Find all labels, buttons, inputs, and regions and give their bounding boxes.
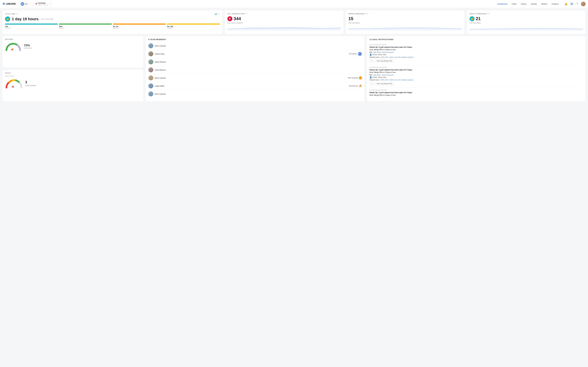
delivery-card: DELIVERY 🚚: [2, 36, 144, 68]
list-item: Boris Lahman: [148, 90, 362, 98]
nav-item-pulse[interactable]: Pulse: [510, 2, 519, 6]
notif-goal: Goal: Merge PRs in 5 dyas or less: [370, 94, 583, 96]
notif-actions: ? More long lifespan PRs: [370, 82, 583, 85]
nav-item-activity[interactable]: Activity: [529, 2, 539, 6]
settings-icon[interactable]: ⚙️: [570, 2, 574, 6]
pr-help-icon[interactable]: ?: [245, 13, 247, 15]
list-item: Boris Lahman WIP overload !: [148, 74, 362, 82]
notif-related: Related issue: LINB-1234 - Admin can sel…: [370, 56, 583, 58]
goal-notifications-card: 12 GOAL NOTIFICATIONS Last Thursday At 2…: [367, 36, 586, 101]
goals-title: GOALS: [5, 72, 141, 74]
merge-frequency-card: MERGE FREQUENCY ? 15 PRS PER WEEK: [346, 10, 465, 34]
list-item: Last Thursday At 2:05 PM Heads Up: A pul…: [370, 87, 583, 99]
merge-freq-title: MERGE FREQUENCY ?: [348, 13, 462, 15]
deploy-icon: 👍: [470, 16, 475, 21]
more-prs-button[interactable]: More long lifespan PRs: [375, 59, 394, 63]
reviews-count: 23 reviews: [349, 53, 357, 55]
date-range: Mar 9 - Mar 23: [38, 4, 48, 6]
delivery-gauge: 🚚: [5, 42, 21, 51]
expand-icon[interactable]: ⤢: [218, 13, 220, 15]
related-link[interactable]: LINB-1234 - Admin can self configure pro…: [380, 79, 414, 81]
notifications-icon[interactable]: 🔔: [564, 2, 568, 6]
team-selector[interactable]: QA QA ▾: [19, 1, 32, 7]
nav-item-teams[interactable]: Teams: [519, 2, 528, 6]
top-metrics-row: CYCLE TIME ? 📊 ⤢ 👍 1 day 19 hours AVG CY…: [2, 10, 586, 34]
merge-help-icon[interactable]: ?: [366, 13, 368, 15]
svg-text:🎯: 🎯: [12, 86, 14, 88]
pr-size-value: 344: [234, 16, 241, 21]
member-name: Boris Lahman: [155, 45, 362, 47]
goals-gauge-container: 🎯 3 Goals reached: [5, 78, 141, 88]
cycle-time-value: 1 day 19 hours: [12, 17, 39, 21]
merge-freq-label: PRS PER WEEK: [348, 22, 462, 24]
cycle-time-main: 👍 1 day 19 hours AVG CYCLE TIME: [5, 17, 220, 22]
delivery-title: DELIVERY: [5, 38, 141, 40]
member-name: Angie Woke: [155, 85, 349, 87]
nav-item-dashboard[interactable]: Dashboard: [496, 2, 509, 6]
notif-title: Heads Up: A pull request has been open f…: [370, 69, 583, 71]
notif-pr: PR: LINB-3469 - Revert wrong fix: [370, 74, 583, 76]
bar-chart-icon[interactable]: 📊: [214, 13, 217, 15]
member-avatar: [148, 59, 153, 64]
team-chevron-icon: ▾: [29, 3, 30, 5]
pr-link[interactable]: LINB-3469 - Revert wrong fix: [373, 51, 394, 53]
list-item: Davis Strauss: [148, 58, 362, 66]
notif-title: Heads Up: A pull request has been open f…: [370, 91, 583, 94]
related-link[interactable]: LINB-1234 - Admin can self configure pro…: [380, 56, 414, 58]
delivery-percent: 72%: [24, 44, 32, 47]
notif-goal: Goal: Merge PRs in 5 dyas or less: [370, 71, 583, 73]
top-reviewer-badge: TOP: [358, 52, 362, 56]
logo-text: LINEARB: [6, 3, 16, 5]
pickup-segment: 54m PICKUP: [59, 24, 112, 29]
deploy-freq-title: DEPLOY FREQUENCY ?: [470, 13, 583, 15]
delivery-sub: issues done: [24, 47, 32, 49]
pull-request-size-card: PULL REQUEST SIZE ? 🎯 344 AVG CODE CHANG…: [225, 10, 344, 34]
date-selector[interactable]: 📅 Grizzlies Mar 9 - Mar 23 ▾: [34, 1, 52, 7]
help-icon[interactable]: ?: [575, 2, 579, 6]
nav-item-metrics[interactable]: Metrics: [539, 2, 549, 6]
owner-icon: 👤: [370, 54, 372, 56]
member-list: Boris Lahman Darius Gray 23 reviews TOP …: [148, 42, 362, 98]
logo[interactable]: ❋ LINEARB: [2, 2, 16, 6]
goals-subtitle: (Last 30 days): [5, 75, 141, 77]
pr-link[interactable]: LINB-3469 - Revert wrong fix: [373, 74, 394, 76]
nav-item-projects[interactable]: Projects: [550, 2, 561, 6]
deploy-freq-value: 21: [476, 16, 481, 21]
team-members-card: 8 TEAM MEMBERS Boris Lahman Darius Gray …: [146, 36, 365, 101]
coding-segment: 16h CODING: [5, 24, 58, 29]
member-name: Davis Strauss: [155, 61, 362, 63]
more-prs-button[interactable]: More long lifespan PRs: [375, 82, 394, 85]
logo-icon: ❋: [2, 2, 5, 6]
help-button[interactable]: ?: [370, 59, 374, 63]
member-name: Boris Lahman: [155, 93, 362, 95]
goals-sub: Goals reached: [25, 84, 36, 86]
user-avatar[interactable]: [581, 2, 586, 6]
list-item: Dana Banana: [148, 66, 362, 74]
main-content: CYCLE TIME ? 📊 ⤢ 👍 1 day 19 hours AVG CY…: [0, 8, 588, 104]
notif-owner: 👤 Owner: Steve Jobs: [370, 76, 583, 78]
member-avatar: [148, 67, 153, 72]
notification-list: Last Thursday At 2:05 PM Heads Up: A pul…: [370, 42, 583, 99]
list-item: Last Thursday At 2:05 PM Heads Up: A pul…: [370, 42, 583, 65]
cycle-time-bars: 16h CODING › 54m PICKUP › 2d, 3h REVIEW …: [5, 24, 220, 29]
delivery-gauge-svg: 🚚: [5, 42, 21, 51]
chevron-sep-1: ›: [58, 22, 59, 29]
chevron-sep-2: ›: [112, 22, 113, 29]
member-badge: WIP overload !: [348, 76, 362, 79]
goals-card: GOALS (Last 30 days): [2, 70, 144, 101]
burnout-icon: 🔥: [359, 84, 362, 87]
review-segment: 2d, 3h REVIEW: [113, 24, 166, 29]
goals-stats: 3 Goals reached: [25, 80, 36, 86]
member-badge: Burnout risk 🔥: [349, 84, 362, 87]
owner-icon: 👤: [370, 76, 372, 78]
wip-warning-icon: !: [359, 76, 362, 79]
help-button[interactable]: ?: [370, 82, 374, 85]
deploy-help-icon[interactable]: ?: [488, 13, 490, 15]
team-avatar: QA: [21, 2, 24, 6]
member-avatar: [148, 83, 153, 88]
cycle-time-icon: 👍: [5, 17, 10, 22]
deploy-frequency-card: DEPLOY FREQUENCY ? 👍 21 PRS PER WEEK: [467, 10, 586, 34]
cycle-time-help-icon[interactable]: ?: [16, 13, 18, 15]
deploy-freq-label: PRS PER WEEK: [470, 22, 583, 24]
team-members-title: 8 TEAM MEMBERS: [148, 38, 362, 41]
